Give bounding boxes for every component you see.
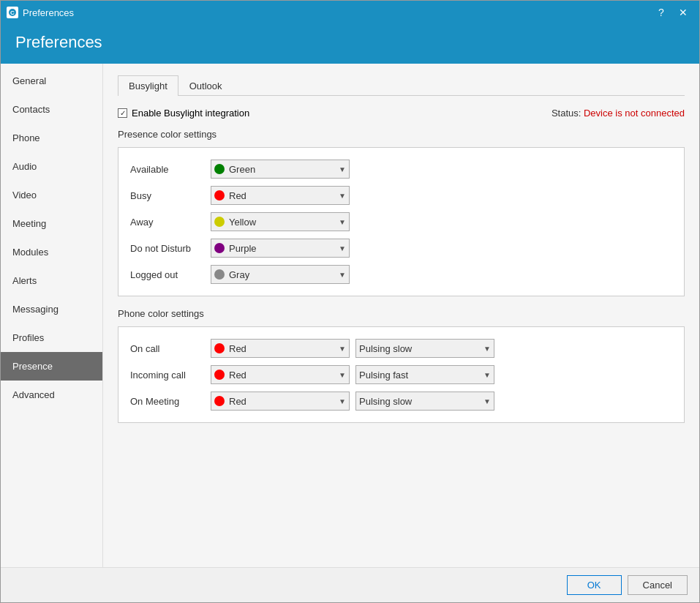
presence-settings-box: Available Green ▼ Busy Red ▼ Away Yellow… [118,147,685,296]
phone-label-2: On Meeting [130,396,211,407]
cancel-button[interactable]: Cancel [628,575,688,595]
sidebar-item-alerts[interactable]: Alerts [1,266,102,295]
phone-section-title: Phone color settings [118,308,685,319]
phone-color-text-2: Red [229,396,334,407]
main-panel: BusylightOutlook Enable Busylight integr… [103,64,699,567]
presence-row-2: Away Yellow ▼ [130,212,672,231]
enable-busylight-text: Enable Busylight integration [132,108,249,119]
enable-busylight-checkbox[interactable] [118,108,127,118]
sidebar-item-general[interactable]: General [1,67,102,95]
presence-label-4: Logged out [130,269,211,280]
color-dot-0 [214,164,225,174]
phone-settings-box: On call Red ▼ Pulsing slow ▼ Incoming ca… [118,326,685,423]
presence-color-select-4[interactable]: Gray ▼ [211,265,350,284]
phone-row-1: Incoming call Red ▼ Pulsing fast ▼ [130,365,672,384]
phone-color-dot-0 [214,343,225,353]
phone-color-select-0[interactable]: Red ▼ [211,339,350,358]
phone-color-arrow-1: ▼ [339,371,346,379]
sidebar: GeneralContactsPhoneAudioVideoMeetingMod… [1,64,103,567]
presence-label-1: Busy [130,190,211,201]
presence-color-select-1[interactable]: Red ▼ [211,186,350,205]
phone-color-text-0: Red [229,343,334,354]
sidebar-item-video[interactable]: Video [1,181,102,209]
sidebar-item-messaging[interactable]: Messaging [1,295,102,323]
tab-bar: BusylightOutlook [118,75,685,96]
tab-outlook[interactable]: Outlook [178,75,233,96]
ok-button[interactable]: OK [567,575,622,595]
color-select-arrow-0: ▼ [339,165,346,173]
sidebar-item-profiles[interactable]: Profiles [1,323,102,352]
phone-pattern-text-0: Pulsing slow [359,343,483,354]
phone-color-arrow-0: ▼ [339,345,346,353]
color-select-text-3: Purple [229,243,334,254]
header: Preferences [1,24,699,64]
phone-label-1: Incoming call [130,370,211,381]
color-select-arrow-4: ▼ [339,271,346,279]
status-label: Status: [552,108,581,119]
presence-row-0: Available Green ▼ [130,160,672,179]
enable-busylight-label[interactable]: Enable Busylight integration [118,108,249,119]
phone-color-arrow-2: ▼ [339,397,346,405]
app-icon: C [7,7,18,18]
status-value: Device is not connected [584,108,685,119]
color-dot-2 [214,217,225,227]
presence-label-3: Do not Disturb [130,243,211,254]
presence-section-title: Presence color settings [118,129,685,140]
color-dot-4 [214,269,225,280]
phone-color-dot-2 [214,396,225,406]
page-title: Preferences [15,33,685,52]
help-button[interactable]: ? [651,4,671,21]
presence-row-3: Do not Disturb Purple ▼ [130,239,672,258]
sidebar-item-presence[interactable]: Presence [1,352,102,381]
preferences-window: C Preferences ? ✕ Preferences GeneralCon… [0,0,700,603]
sidebar-item-audio[interactable]: Audio [1,152,102,181]
phone-pattern-arrow-2: ▼ [483,397,491,405]
presence-color-select-2[interactable]: Yellow ▼ [211,212,350,231]
titlebar-controls: ? ✕ [651,4,693,21]
phone-color-select-2[interactable]: Red ▼ [211,392,350,411]
color-select-text-4: Gray [229,269,334,280]
phone-color-text-1: Red [229,370,334,381]
presence-color-select-0[interactable]: Green ▼ [211,160,350,179]
phone-pattern-select-2[interactable]: Pulsing slow ▼ [355,392,494,411]
titlebar-left: C Preferences [7,7,74,18]
color-dot-3 [214,243,225,253]
phone-pattern-select-0[interactable]: Pulsing slow ▼ [355,339,494,358]
phone-pattern-arrow-1: ▼ [483,371,491,379]
phone-color-select-1[interactable]: Red ▼ [211,365,350,384]
presence-label-2: Away [130,217,211,228]
phone-row-2: On Meeting Red ▼ Pulsing slow ▼ [130,392,672,411]
presence-color-select-3[interactable]: Purple ▼ [211,239,350,258]
sidebar-item-phone[interactable]: Phone [1,124,102,152]
phone-pattern-arrow-0: ▼ [483,345,491,353]
color-select-text-2: Yellow [229,217,334,228]
phone-row-0: On call Red ▼ Pulsing slow ▼ [130,339,672,358]
content-area: GeneralContactsPhoneAudioVideoMeetingMod… [1,64,699,567]
color-select-arrow-2: ▼ [339,218,346,226]
sidebar-item-meeting[interactable]: Meeting [1,209,102,238]
sidebar-item-modules[interactable]: Modules [1,238,102,266]
phone-label-0: On call [130,343,211,354]
tab-busylight[interactable]: Busylight [118,75,178,96]
phone-pattern-text-1: Pulsing fast [359,370,483,381]
color-dot-1 [214,190,225,201]
presence-row-4: Logged out Gray ▼ [130,265,672,284]
footer: OK Cancel [1,567,699,602]
sidebar-item-advanced[interactable]: Advanced [1,381,102,409]
presence-row-1: Busy Red ▼ [130,186,672,205]
presence-label-0: Available [130,164,211,175]
color-select-text-1: Red [229,190,334,201]
sidebar-item-contacts[interactable]: Contacts [1,95,102,124]
svg-text:C: C [10,10,15,16]
color-select-arrow-1: ▼ [339,192,346,200]
close-button[interactable]: ✕ [673,4,693,21]
status-text: Status: Device is not connected [552,108,685,119]
color-select-arrow-3: ▼ [339,244,346,252]
color-select-text-0: Green [229,164,334,175]
titlebar-title: Preferences [23,7,74,18]
phone-pattern-select-1[interactable]: Pulsing fast ▼ [355,365,494,384]
phone-color-dot-1 [214,370,225,380]
phone-pattern-text-2: Pulsing slow [359,396,483,407]
enable-row: Enable Busylight integration Status: Dev… [118,108,685,119]
titlebar: C Preferences ? ✕ [1,1,699,24]
